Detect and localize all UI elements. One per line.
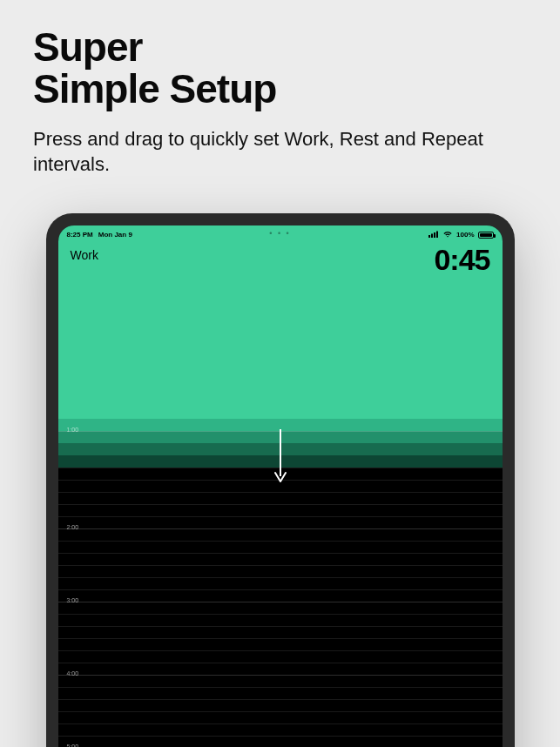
status-time: 8:25 PM (67, 231, 93, 239)
phase-time: 0:45 (434, 243, 489, 277)
svg-rect-1 (431, 233, 433, 238)
work-interval-zone[interactable]: Work 0:45 (58, 225, 503, 419)
svg-rect-2 (434, 232, 435, 238)
timer-app: Work 0:45 1:00 2:00 (58, 225, 503, 747)
wifi-icon (442, 231, 453, 239)
device-screen: 8:25 PM Mon Jan 9 • • • 100% Work 0:45 (58, 225, 503, 747)
battery-icon (478, 232, 494, 239)
tick-label: 1:00 (67, 427, 79, 433)
device-frame: 8:25 PM Mon Jan 9 • • • 100% Work 0:45 (46, 213, 515, 747)
hero-title-line2: Simple Setup (33, 66, 276, 111)
multitask-dots-icon: • • • (269, 229, 290, 238)
tick-label: 2:00 (67, 524, 79, 530)
status-bar: 8:25 PM Mon Jan 9 • • • 100% (58, 225, 503, 241)
hero-description: Press and drag to quickly set Work, Rest… (33, 126, 527, 178)
tick-label: 3:00 (67, 597, 79, 603)
battery-percent: 100% (456, 231, 474, 239)
status-date: Mon Jan 9 (98, 231, 132, 239)
hero-title: Super Simple Setup (33, 26, 527, 111)
hero-title-line1: Super (33, 24, 142, 70)
cellular-signal-icon (428, 231, 439, 239)
tick-label: 5:00 (67, 744, 79, 747)
remaining-timeline[interactable]: 2:00 3:00 4:00 (58, 468, 503, 747)
phase-label: Work (71, 248, 98, 262)
tick-label: 4:00 (67, 670, 79, 676)
svg-rect-3 (436, 231, 438, 238)
drag-transition-zone[interactable]: 1:00 (58, 419, 503, 468)
svg-rect-0 (428, 235, 430, 238)
